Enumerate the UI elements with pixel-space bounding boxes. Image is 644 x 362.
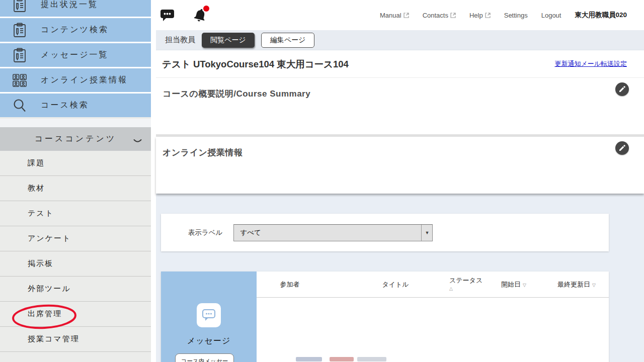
tab-edit-page[interactable]: 編集ページ bbox=[261, 33, 315, 48]
column-last-updated-sortable[interactable]: 最終更新日▽ bbox=[557, 280, 596, 289]
sidebar-spacer bbox=[0, 119, 151, 127]
link-label: Manual bbox=[380, 12, 401, 19]
sidebar-item-label: 教材 bbox=[28, 184, 45, 193]
sidebar-item-label: 外部ツール bbox=[28, 284, 71, 294]
sidebar-item-label: オンライン授業情報 bbox=[41, 75, 128, 85]
link-label: Settings bbox=[504, 12, 528, 19]
display-label-filter-card: 表示ラベル すべて ▼ bbox=[161, 214, 609, 251]
manual-link[interactable]: Manual bbox=[380, 12, 409, 19]
chevron-down-icon bbox=[133, 137, 142, 146]
edit-course-summary-button[interactable] bbox=[615, 82, 629, 96]
link-label: Logout bbox=[541, 12, 561, 19]
external-link-icon bbox=[450, 13, 456, 18]
tab-view-page[interactable]: 閲覧ページ bbox=[202, 33, 255, 48]
sidebar-item-bulletin-board[interactable]: 掲示板 bbox=[0, 251, 151, 277]
clipboard-icon bbox=[11, 48, 28, 63]
column-label: ステータス bbox=[449, 277, 482, 284]
bell-icon[interactable] bbox=[193, 7, 208, 23]
online-class-info-section: オンライン授業情報 bbox=[156, 137, 644, 194]
sidebar-item-attendance[interactable]: 出席管理 bbox=[0, 302, 151, 327]
column-title: タイトル bbox=[382, 280, 409, 289]
sidebar-item-label: 提出状況一覧 bbox=[41, 0, 98, 10]
message-bubble-icon bbox=[197, 303, 221, 327]
pencil-icon bbox=[619, 145, 625, 151]
topbar: Manual Contacts Help Settings Logout 東大用… bbox=[156, 0, 644, 30]
sidebar-item-label: 出席管理 bbox=[28, 309, 62, 319]
update-notification-mail-link[interactable]: 更新通知メール転送設定 bbox=[554, 59, 627, 68]
sidebar-item-label: 掲示板 bbox=[28, 259, 53, 268]
section-heading: オンライン授業情報 bbox=[163, 147, 243, 158]
display-label: 表示ラベル bbox=[188, 228, 222, 237]
title-row: テスト UTokyoCourse104 東大用コース104 更新通知メール転送設… bbox=[156, 50, 644, 78]
clipped-row-fragment bbox=[296, 357, 322, 361]
role-label: 担当教員 bbox=[165, 35, 195, 45]
sidebar-item-submission-status[interactable]: 提出状況一覧 bbox=[0, 0, 151, 17]
sidebar-content-gutter bbox=[151, 0, 156, 362]
main-area: Manual Contacts Help Settings Logout 東大用… bbox=[156, 0, 644, 362]
sidebar-item-label: テスト bbox=[28, 209, 54, 218]
contacts-link[interactable]: Contacts bbox=[423, 12, 456, 19]
sidebar-item-label: 課題 bbox=[28, 158, 45, 168]
group-header-label: コースコンテンツ bbox=[35, 134, 117, 144]
select-arrow-icon: ▼ bbox=[421, 225, 432, 241]
sidebar-group-course-contents[interactable]: コースコンテンツ bbox=[0, 127, 151, 151]
message-table: 参加者 タイトル ステータス △ 開始日▽ 最終更新日▽ bbox=[257, 272, 609, 362]
column-participants: 参加者 bbox=[280, 280, 300, 289]
tab-bar: 担当教員 閲覧ページ 編集ページ bbox=[156, 30, 644, 50]
column-label: 開始日 bbox=[501, 281, 521, 288]
sidebar-item-materials[interactable]: 教材 bbox=[0, 176, 151, 201]
message-table-card: メッセージ コース内メッセー 参加者 タイトル ステータス △ 開始日▽ bbox=[161, 272, 609, 362]
sidebar-item-message-list[interactable]: メッセージ一覧 bbox=[0, 43, 151, 67]
sidebar-item-content-search[interactable]: コンテンツ検索 bbox=[0, 18, 151, 42]
sidebar-item-surveys[interactable]: アンケート bbox=[0, 226, 151, 251]
display-label-select[interactable]: すべて ▼ bbox=[233, 224, 433, 241]
select-value: すべて bbox=[234, 228, 261, 237]
sidebar-item-online-class-info[interactable]: オンライン授業情報 bbox=[0, 68, 151, 92]
sidebar-item-external-tools[interactable]: 外部ツール bbox=[0, 277, 151, 302]
people-grid-icon bbox=[11, 73, 28, 87]
search-icon bbox=[11, 98, 28, 113]
sort-desc-icon: ▽ bbox=[592, 283, 596, 288]
app-window: 提出状況一覧 コンテンツ検索 メッセージ一覧 bbox=[0, 0, 644, 362]
external-link-icon bbox=[404, 13, 409, 18]
link-label: Contacts bbox=[423, 12, 448, 19]
message-panel[interactable]: メッセージ コース内メッセー bbox=[161, 272, 257, 362]
sidebar-item-tests[interactable]: テスト bbox=[0, 201, 151, 226]
sidebar-primary-list: 提出状況一覧 コンテンツ検索 メッセージ一覧 bbox=[0, 0, 151, 117]
sidebar: 提出状況一覧 コンテンツ検索 メッセージ一覧 bbox=[0, 0, 151, 362]
clipped-row-fragment bbox=[330, 357, 354, 361]
sort-asc-icon: △ bbox=[449, 286, 482, 291]
sidebar-item-label: コース検索 bbox=[41, 100, 89, 111]
sort-desc-icon: ▽ bbox=[523, 283, 526, 288]
edit-online-class-info-button[interactable] bbox=[615, 141, 629, 155]
sidebar-item-label: メッセージ一覧 bbox=[41, 50, 109, 60]
sidebar-item-label: コンテンツ検索 bbox=[41, 25, 109, 35]
settings-link[interactable]: Settings bbox=[504, 12, 528, 19]
clipboard-icon bbox=[11, 0, 28, 13]
section-heading: コースの概要説明/Course Summary bbox=[163, 88, 310, 100]
logout-link[interactable]: Logout bbox=[541, 12, 561, 19]
sidebar-item-course-search[interactable]: コース検索 bbox=[0, 94, 151, 117]
page-title: テスト UTokyoCourse104 東大用コース104 bbox=[162, 58, 349, 70]
message-table-header: 参加者 タイトル ステータス △ 開始日▽ 最終更新日▽ bbox=[257, 272, 609, 298]
course-summary-section: コースの概要説明/Course Summary bbox=[156, 78, 644, 134]
message-panel-title: メッセージ bbox=[161, 336, 257, 346]
notification-dot bbox=[203, 6, 209, 12]
clipped-row-fragment bbox=[357, 357, 386, 361]
chat-icon[interactable] bbox=[160, 9, 175, 22]
column-start-date-sortable[interactable]: 開始日▽ bbox=[501, 280, 526, 289]
sidebar-item-assignments[interactable]: 課題 bbox=[0, 151, 151, 176]
username: 東大用教職員020 bbox=[575, 11, 627, 20]
top-navigation: Manual Contacts Help Settings Logout 東大用… bbox=[380, 11, 627, 20]
column-status-sortable[interactable]: ステータス △ bbox=[449, 276, 482, 291]
sidebar-item-class-slot-management[interactable]: 授業コマ管理 bbox=[0, 327, 151, 352]
help-link[interactable]: Help bbox=[469, 12, 491, 19]
sidebar-content-list: 課題 教材 テスト アンケート 掲示板 外部ツール 出席管理 授業コマ管理 bbox=[0, 151, 151, 352]
pencil-icon bbox=[619, 86, 625, 93]
sidebar-item-label: 授業コマ管理 bbox=[28, 334, 79, 344]
external-link-icon bbox=[485, 13, 491, 18]
content-background: 表示ラベル すべて ▼ メッセージ コース内メッセ bbox=[156, 194, 644, 362]
clipboard-icon bbox=[11, 23, 28, 38]
column-label: 最終更新日 bbox=[557, 281, 590, 288]
course-message-button[interactable]: コース内メッセー bbox=[175, 353, 234, 362]
